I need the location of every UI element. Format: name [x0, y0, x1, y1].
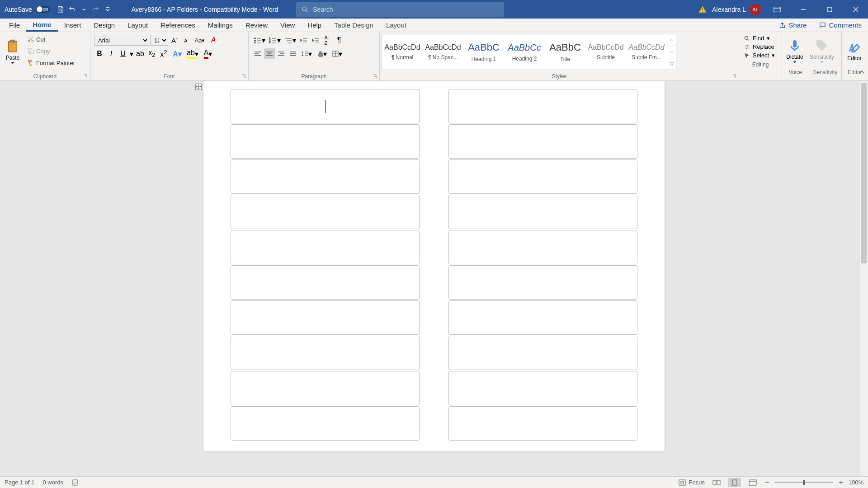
- label-cell[interactable]: [448, 265, 637, 300]
- spellcheck-icon[interactable]: [71, 479, 79, 486]
- zoom-in-button[interactable]: +: [839, 479, 843, 487]
- decrease-indent-button[interactable]: [298, 35, 309, 46]
- sensitivity-button[interactable]: Sensitivity: [811, 33, 833, 68]
- label-cell[interactable]: [448, 336, 637, 370]
- zoom-level[interactable]: 100%: [849, 479, 863, 486]
- maximize-icon[interactable]: [819, 0, 840, 19]
- tab-table-design[interactable]: Table Design: [328, 19, 380, 32]
- cut-button[interactable]: Cut: [25, 34, 77, 45]
- tab-file[interactable]: File: [3, 19, 26, 32]
- borders-button[interactable]: ▾: [330, 48, 344, 59]
- page[interactable]: [203, 81, 665, 451]
- label-cell[interactable]: [231, 371, 420, 405]
- search-bar[interactable]: [296, 2, 504, 17]
- superscript-button[interactable]: x2: [158, 48, 169, 59]
- align-right-button[interactable]: [276, 48, 287, 59]
- show-marks-button[interactable]: ¶: [334, 35, 344, 46]
- paste-button[interactable]: Paste: [2, 34, 24, 69]
- tab-design[interactable]: Design: [87, 19, 121, 32]
- read-mode-button[interactable]: [710, 478, 723, 487]
- document-area[interactable]: [0, 81, 868, 476]
- font-size-select[interactable]: 12: [150, 35, 168, 46]
- share-button[interactable]: Share: [773, 19, 813, 32]
- web-layout-button[interactable]: [746, 478, 759, 487]
- collapse-ribbon-icon[interactable]: [859, 70, 864, 74]
- user-account[interactable]: Alexandra L AL: [712, 4, 761, 15]
- tab-table-layout[interactable]: Layout: [380, 19, 413, 32]
- label-cell[interactable]: [231, 406, 420, 441]
- numbering-button[interactable]: 123▾: [268, 35, 282, 46]
- label-cell[interactable]: [231, 89, 420, 123]
- gallery-expand[interactable]: [667, 58, 676, 70]
- print-layout-button[interactable]: [728, 478, 741, 487]
- tab-home[interactable]: Home: [26, 19, 58, 32]
- autosave-control[interactable]: AutoSave Off: [0, 6, 55, 13]
- table-move-handle[interactable]: [195, 84, 202, 90]
- font-color-button[interactable]: A▾: [201, 48, 215, 59]
- style-heading2[interactable]: AaBbCcHeading 2: [504, 34, 545, 70]
- underline-button[interactable]: U: [118, 48, 128, 59]
- subscript-button[interactable]: x2: [146, 48, 157, 59]
- find-button[interactable]: Find ▾: [744, 35, 777, 42]
- page-indicator[interactable]: Page 1 of 1: [5, 479, 35, 486]
- gallery-scroll-up[interactable]: [667, 34, 676, 46]
- vertical-scrollbar[interactable]: [860, 81, 868, 476]
- autosave-toggle[interactable]: Off: [36, 6, 50, 13]
- sort-button[interactable]: A↓Z: [322, 35, 333, 46]
- underline-dropdown[interactable]: ▾: [129, 50, 134, 58]
- qat-customize-icon[interactable]: [102, 4, 113, 15]
- font-name-select[interactable]: Arial: [94, 35, 149, 46]
- label-cell[interactable]: [231, 160, 420, 194]
- style-title[interactable]: AaBbCTitle: [545, 34, 585, 70]
- label-cell[interactable]: [448, 406, 637, 441]
- clipboard-dialog-launcher[interactable]: [83, 73, 89, 80]
- justify-button[interactable]: [288, 48, 298, 59]
- style-heading1[interactable]: AaBbCHeading 1: [463, 34, 504, 70]
- redo-icon[interactable]: [90, 4, 102, 15]
- shading-button[interactable]: ▾: [315, 48, 329, 59]
- label-cell[interactable]: [448, 195, 637, 229]
- grow-font-button[interactable]: A^: [169, 35, 180, 46]
- gallery-scroll-down[interactable]: [667, 46, 676, 58]
- label-cell[interactable]: [448, 230, 637, 264]
- label-cell[interactable]: [448, 300, 637, 335]
- bullets-button[interactable]: ▾: [252, 35, 267, 46]
- replace-button[interactable]: Replace: [744, 43, 777, 50]
- font-dialog-launcher[interactable]: [241, 73, 247, 80]
- zoom-slider[interactable]: [774, 482, 833, 483]
- undo-dropdown-icon[interactable]: [78, 4, 90, 15]
- label-cell[interactable]: [448, 160, 637, 194]
- shrink-font-button[interactable]: Aˇ: [181, 35, 192, 46]
- focus-mode-button[interactable]: Focus: [679, 479, 704, 486]
- tab-insert[interactable]: Insert: [58, 19, 88, 32]
- editor-button[interactable]: Editor: [844, 33, 865, 68]
- style-nospacing[interactable]: AaBbCcDd¶ No Spac...: [423, 34, 463, 70]
- copy-button[interactable]: Copy: [25, 46, 77, 56]
- label-cell[interactable]: [231, 336, 420, 370]
- label-cell[interactable]: [448, 89, 637, 123]
- clear-formatting-button[interactable]: A: [208, 35, 219, 46]
- styles-dialog-launcher[interactable]: [731, 73, 738, 80]
- label-cell[interactable]: [448, 124, 637, 159]
- minimize-icon[interactable]: [793, 0, 814, 19]
- format-painter-button[interactable]: Format Painter: [25, 57, 77, 68]
- align-center-button[interactable]: [264, 48, 275, 59]
- label-cell[interactable]: [231, 195, 420, 229]
- save-icon[interactable]: [55, 4, 66, 15]
- increase-indent-button[interactable]: [310, 35, 321, 46]
- label-cell[interactable]: [231, 124, 420, 159]
- label-table[interactable]: [203, 81, 665, 449]
- ribbon-display-icon[interactable]: [767, 0, 788, 19]
- align-left-button[interactable]: [252, 48, 263, 59]
- paragraph-dialog-launcher[interactable]: [372, 73, 378, 80]
- style-normal[interactable]: AaBbCcDd¶ Normal: [382, 34, 423, 70]
- tab-help[interactable]: Help: [301, 19, 328, 32]
- multilevel-list-button[interactable]: ▾: [283, 35, 297, 46]
- label-cell[interactable]: [448, 371, 637, 405]
- tab-layout[interactable]: Layout: [121, 19, 154, 32]
- undo-icon[interactable]: [66, 4, 78, 15]
- tab-references[interactable]: References: [154, 19, 202, 32]
- zoom-out-button[interactable]: −: [764, 478, 769, 487]
- scrollbar-thumb[interactable]: [861, 83, 867, 263]
- tab-mailings[interactable]: Mailings: [202, 19, 239, 32]
